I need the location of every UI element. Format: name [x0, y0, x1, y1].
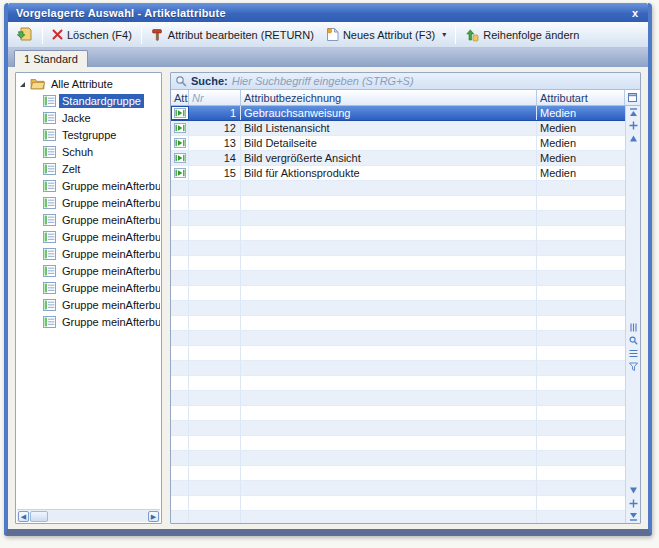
table-row[interactable]: 13 Bild Detailseite Medien	[171, 136, 625, 151]
empty-row[interactable]	[171, 436, 625, 451]
cell-bezeichnung: Gebrauchsanweisung	[241, 106, 537, 120]
column-chooser-button[interactable]	[625, 90, 640, 105]
scroll-drag-icon[interactable]	[629, 499, 638, 508]
delete-button[interactable]: Löschen (F4)	[47, 27, 137, 43]
table-row[interactable]: 15 Bild für Aktionsprodukte Medien	[171, 166, 625, 181]
tree-item[interactable]: Gruppe meinAfterbuy ART00074	[17, 194, 160, 211]
scrollbar-thumb[interactable]	[30, 511, 48, 522]
scroll-up-icon[interactable]	[629, 134, 638, 143]
tree-item[interactable]: Gruppe meinAfterbuy ART00075	[17, 211, 160, 228]
close-button[interactable]: x	[630, 7, 640, 19]
cell-art: Medien	[537, 166, 625, 180]
scroll-to-top-icon[interactable]	[629, 108, 638, 117]
edit-attribute-label: Attribut bearbeiten (RETURN)	[168, 29, 314, 41]
column-header-art[interactable]: Attributart	[537, 90, 625, 105]
empty-row[interactable]	[171, 376, 625, 391]
cell-bezeichnung: Bild für Aktionsprodukte	[241, 166, 537, 180]
tree-item[interactable]: Gruppe meinAfterbuy ART00082	[17, 313, 160, 330]
scroll-right-button[interactable]: ▶	[148, 511, 159, 522]
empty-row[interactable]	[171, 271, 625, 286]
list-icon[interactable]	[629, 349, 638, 358]
expander-icon[interactable]	[20, 82, 25, 87]
empty-row[interactable]	[171, 511, 625, 523]
column-chooser-icon	[628, 93, 637, 102]
cell-art: Medien	[537, 151, 625, 165]
pin-icon[interactable]	[629, 323, 638, 332]
tree-root-item[interactable]: Alle Attribute	[17, 75, 160, 92]
attribute-group-icon	[43, 95, 56, 107]
reorder-button[interactable]: Reihenfolge ändern	[460, 26, 584, 44]
tree-item-label: Schuh	[59, 145, 96, 159]
tab-bar: 1 Standard	[8, 48, 648, 67]
import-icon	[17, 27, 33, 42]
tree-item-label: Gruppe meinAfterbuy ART00081	[59, 298, 160, 312]
tree-item[interactable]: Schuh	[17, 143, 160, 160]
empty-row[interactable]	[171, 181, 625, 196]
cell-nr: 12	[189, 121, 241, 135]
scroll-left-button[interactable]: ◀	[18, 511, 29, 522]
import-button[interactable]	[12, 25, 38, 44]
empty-row[interactable]	[171, 496, 625, 511]
empty-row[interactable]	[171, 391, 625, 406]
empty-row[interactable]	[171, 361, 625, 376]
tree-item[interactable]: Gruppe meinAfterbuy ART00081	[17, 296, 160, 313]
scroll-to-bottom-icon[interactable]	[629, 512, 638, 521]
folder-icon	[30, 77, 45, 90]
table-row[interactable]: 14 Bild vergrößerte Ansicht Medien	[171, 151, 625, 166]
tree-item[interactable]: Standardgruppe	[17, 92, 160, 109]
cell-nr: 15	[189, 166, 241, 180]
grid-rows: 1 Gebrauchsanweisung Medien 12 Bild List…	[171, 106, 625, 523]
tree-item[interactable]: Testgruppe	[17, 126, 160, 143]
column-header-bezeichnung[interactable]: Attributbezeichnung	[241, 90, 537, 105]
table-row[interactable]: 1 Gebrauchsanweisung Medien	[171, 106, 625, 121]
column-header-att[interactable]: Att	[171, 90, 189, 105]
empty-row[interactable]	[171, 331, 625, 346]
table-row[interactable]: 12 Bild Listenansicht Medien	[171, 121, 625, 136]
toolbar-separator	[141, 26, 142, 44]
empty-row[interactable]	[171, 421, 625, 436]
tree-horizontal-scrollbar[interactable]: ◀ ▶	[17, 509, 160, 522]
tree-item[interactable]: Gruppe meinAfterbuy ART00080	[17, 279, 160, 296]
media-attribute-icon	[171, 121, 189, 135]
empty-row[interactable]	[171, 256, 625, 271]
cell-art: Medien	[537, 121, 625, 135]
new-attribute-button[interactable]: Neues Attribut (F3) ▾	[321, 25, 451, 44]
empty-row[interactable]	[171, 316, 625, 331]
search-icon	[175, 75, 187, 87]
grid-search-bar[interactable]: Suche: Hier Suchbegriff eingeben (STRG+S…	[171, 73, 640, 90]
filter-icon[interactable]	[629, 362, 638, 371]
empty-row[interactable]	[171, 466, 625, 481]
dropdown-caret-icon[interactable]: ▾	[442, 30, 446, 39]
empty-row[interactable]	[171, 241, 625, 256]
tree-item[interactable]: Zelt	[17, 160, 160, 177]
tree-item[interactable]: Jacke	[17, 109, 160, 126]
attribute-group-icon	[43, 163, 56, 175]
attribute-group-icon	[43, 265, 56, 277]
grid-scroll-rail[interactable]	[625, 106, 640, 523]
empty-row[interactable]	[171, 226, 625, 241]
edit-attribute-button[interactable]: Attribut bearbeiten (RETURN)	[146, 26, 319, 43]
scroll-down-icon[interactable]	[629, 486, 638, 495]
title-bar[interactable]: Vorgelagerte Auswahl - Artikelattribute …	[8, 3, 648, 22]
cell-nr: 13	[189, 136, 241, 150]
scroll-drag-icon[interactable]	[629, 121, 638, 130]
tree-children: Standardgruppe Jacke Testgruppe	[17, 92, 160, 330]
attribute-group-icon	[43, 316, 56, 328]
empty-row[interactable]	[171, 211, 625, 226]
magnifier-icon[interactable]	[629, 336, 638, 345]
empty-row[interactable]	[171, 286, 625, 301]
tree-item[interactable]: Gruppe meinAfterbuy ART00078	[17, 245, 160, 262]
tree-item[interactable]: Gruppe meinAfterbuy ART00079	[17, 262, 160, 279]
search-label: Suche:	[191, 75, 228, 87]
tree-item[interactable]: Gruppe meinAfterbuy ART00076	[17, 228, 160, 245]
empty-row[interactable]	[171, 406, 625, 421]
empty-row[interactable]	[171, 301, 625, 316]
empty-row[interactable]	[171, 481, 625, 496]
column-header-nr[interactable]: Nr	[189, 90, 241, 105]
media-attribute-icon	[171, 136, 189, 150]
tree-item[interactable]: Gruppe meinAfterbuy ART00073	[17, 177, 160, 194]
empty-row[interactable]	[171, 451, 625, 466]
tab-standard[interactable]: 1 Standard	[14, 50, 88, 67]
empty-row[interactable]	[171, 346, 625, 361]
empty-row[interactable]	[171, 196, 625, 211]
